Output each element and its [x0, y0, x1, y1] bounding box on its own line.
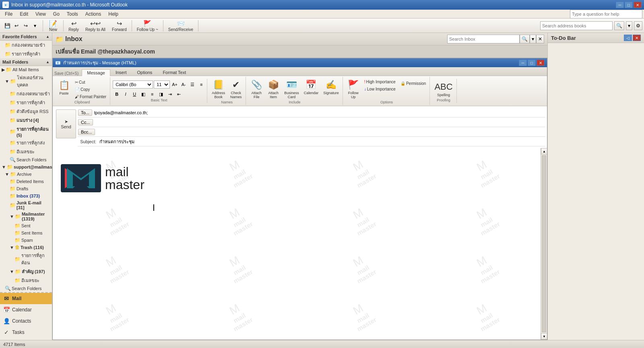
inbox-search-close[interactable]: ✕ [536, 35, 544, 43]
address-book-button[interactable]: 📒 Address Book [210, 78, 227, 100]
check-names-button[interactable]: ✔ Check Names [228, 78, 244, 100]
sidebar-sent-items[interactable]: 📁 รายการที่ลูกค้อน (5) [0, 125, 52, 138]
outdent-btn[interactable]: ⇤ [175, 90, 183, 98]
sidebar-spam[interactable]: 📁 Spam [0, 237, 52, 244]
bullets-btn[interactable]: ☰ [188, 80, 196, 89]
sidebar-trash[interactable]: ▼ 🗑 Trash (116) [0, 244, 52, 251]
close-button[interactable]: ✕ [634, 2, 642, 8]
sidebar-sent-items2[interactable]: 📁 Sent Items [0, 229, 52, 237]
sidebar-item-sent-fav[interactable]: 📁 รายการที่ลูกค้า [0, 49, 52, 58]
permission-button[interactable]: 🔒 Permission [398, 80, 428, 87]
scroll-thumb[interactable] [542, 155, 546, 332]
cc-button[interactable]: Cc... [78, 119, 93, 126]
scroll-down-btn[interactable]: ▼ [541, 333, 547, 340]
save-quick-btn[interactable]: 💾 [3, 22, 11, 30]
italic-button[interactable]: I [122, 90, 130, 98]
to-button[interactable]: To... [78, 109, 92, 116]
bcc-input[interactable] [95, 129, 545, 135]
format-painter-button[interactable]: 🖌 Format Painter [73, 93, 108, 100]
bcc-button[interactable]: Bcc... [78, 129, 95, 135]
sidebar-inbox-main2[interactable]: 📁 Inbox (373) [0, 192, 52, 200]
nav-tasks[interactable]: ✓ Tasks [0, 327, 52, 338]
compose-minimize-btn[interactable]: ─ [519, 60, 527, 66]
font-family-select[interactable]: Calibri (Bo [113, 80, 153, 89]
numbering-btn[interactable]: ≡ [197, 80, 205, 89]
address-search-input[interactable] [540, 21, 613, 30]
sidebar-sent2[interactable]: 📁 รายการที่ลูกส่ง [0, 138, 52, 147]
sidebar-search2[interactable]: 🔍 Search Folders [0, 285, 52, 292]
todo-bar-minimize-btn[interactable]: ◁ [624, 35, 632, 41]
sidebar-drafts2[interactable]: 📁 Drafts [0, 185, 52, 192]
sidebar-rss[interactable]: 📁 ตัวดึงข้อมูล RSS [0, 107, 52, 116]
to-input[interactable] [93, 109, 545, 116]
tab-insert[interactable]: Insert [110, 69, 132, 76]
high-importance-button[interactable]: ! High Importance [362, 78, 398, 85]
compose-close-btn[interactable]: ✕ [537, 60, 545, 66]
maximize-button[interactable]: □ [625, 2, 633, 8]
sidebar-item-inbox-fav[interactable]: 📁 กล่องจดหมายเข้า [0, 41, 52, 49]
compose-body-editor[interactable] [61, 200, 535, 340]
nav-mail[interactable]: ✉ Mail [0, 293, 52, 304]
menu-help[interactable]: Help [105, 10, 122, 18]
font-size-select[interactable]: 11 [154, 80, 170, 89]
nav-calendar[interactable]: 📅 Calendar [0, 304, 52, 315]
menu-view[interactable]: View [32, 10, 49, 18]
redo-btn[interactable]: ↪ [22, 22, 30, 30]
new-button[interactable]: 📝 New [45, 19, 61, 33]
sidebar-junk-mail[interactable]: 📁 Junk E-mail [31] [0, 200, 52, 211]
favorite-folders-header[interactable]: Favorite Folders ▲ [0, 33, 52, 41]
send-receive-button[interactable]: 📨 Send/Receive [165, 19, 196, 33]
align-center-btn[interactable]: ≡ [148, 90, 156, 98]
menu-edit[interactable]: Edit [17, 10, 31, 18]
paste-button[interactable]: 📋 Paste [56, 79, 72, 97]
menu-go[interactable]: Go [50, 10, 63, 18]
send-button[interactable]: ➤ Send [56, 109, 76, 138]
address-search-extra[interactable]: ▾ [626, 21, 632, 30]
sidebar-item-all-mail[interactable]: ▶ 📁 All Mail Items [0, 66, 52, 73]
copy-button[interactable]: 📄 Copy [73, 86, 108, 93]
underline-button[interactable]: U [130, 90, 138, 98]
nav-contacts[interactable]: 👤 Contacts [0, 315, 52, 327]
inbox-search-button[interactable]: 🔍 [520, 35, 530, 43]
attach-item-button[interactable]: 📦 Attach Item [265, 78, 281, 100]
address-search-button[interactable]: 🔍 [614, 21, 624, 30]
attach-file-button[interactable]: 📎 Attach File [248, 78, 264, 100]
tab-options[interactable]: Options [132, 69, 157, 76]
menu-actions[interactable]: Actions [82, 10, 104, 18]
follow-up-ribbon-button[interactable]: 🚩 Follow Up [345, 78, 361, 100]
calendar-button[interactable]: 📅 Calendar [302, 78, 321, 96]
indent-btn[interactable]: ⇥ [166, 90, 174, 98]
menu-file[interactable]: File [2, 10, 16, 18]
options-btn[interactable]: ⚙ [634, 21, 642, 30]
minimize-button[interactable]: ─ [616, 2, 624, 8]
align-right-btn[interactable]: ◨ [157, 90, 165, 98]
help-input[interactable] [570, 10, 642, 19]
sidebar-deleted[interactable]: 📁 Deleted Items [0, 178, 52, 185]
sidebar-sub1[interactable]: 📁 รายการที่ลูกค้อน [0, 251, 52, 267]
undo-btn[interactable]: ↩ [12, 22, 21, 30]
spelling-button[interactable]: ABC Spelling [432, 80, 454, 98]
tab-message[interactable]: Message [82, 69, 110, 76]
sidebar-archive[interactable]: ▼ 📁 Archive [0, 171, 52, 178]
tab-format-text[interactable]: Format Text [157, 69, 191, 76]
low-importance-button[interactable]: ↓ Low Importance [362, 86, 398, 93]
todo-bar-close-btn[interactable]: ✕ [633, 35, 641, 41]
sidebar-junk[interactable]: 📁 อีเมลขยะ [0, 147, 52, 156]
reply-button[interactable]: ↩ Reply [66, 19, 82, 33]
sidebar-drafts[interactable]: 📁 แนบร่าง [4] [0, 116, 52, 125]
sidebar-important[interactable]: ▼ 📁 สำคัญ (197) [0, 267, 52, 276]
sidebar-junk2[interactable]: 📁 อีเมลขยะ [0, 276, 52, 285]
menu-tools[interactable]: Tools [64, 10, 81, 18]
bold-button[interactable]: B [113, 90, 121, 98]
reply-all-button[interactable]: ↩↩ Reply to All [83, 19, 108, 33]
subject-input[interactable] [98, 138, 545, 145]
business-card-button[interactable]: 🪪 Business Card [282, 78, 301, 100]
sidebar-search[interactable]: 🔍 Search Folders [0, 156, 52, 163]
cc-input[interactable] [93, 119, 545, 126]
increase-font-btn[interactable]: A+ [171, 80, 179, 89]
sidebar-mailmaster[interactable]: ▼ 📁 Mailmaster (1319) [0, 211, 52, 222]
forward-button[interactable]: ↪ Forward [109, 19, 130, 33]
compose-maximize-btn[interactable]: □ [528, 60, 536, 66]
qa-extra[interactable]: ▾ [31, 22, 39, 30]
scroll-up-btn[interactable]: ▲ [541, 148, 547, 154]
